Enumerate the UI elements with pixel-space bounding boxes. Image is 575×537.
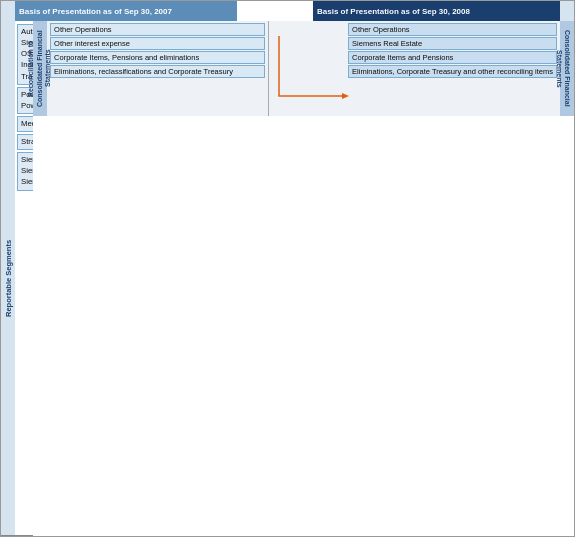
content-rows: Reportable Segments Automation and Drive… — [1, 21, 574, 536]
seg-label-left: Reportable Segments — [1, 21, 15, 535]
header-right-text: Basis of Presentation as of Sep 30, 2008 — [317, 7, 470, 16]
item-sre: Siemens Real Estate — [21, 177, 33, 187]
recon-left-item-0: Other Operations — [50, 23, 265, 36]
sei-group-left: Strategic Equity Investments (SEI) — [17, 134, 33, 150]
item-med: Medical Solutions (Med) — [21, 119, 33, 129]
recon-label-left: Reconciliation to Consolidated Financial… — [33, 21, 47, 116]
header-spacer-left — [1, 1, 15, 21]
header-left-text: Basis of Presentation as of Sep 30, 2007 — [19, 7, 172, 16]
recon-left-items: Other Operations Other interest expense … — [47, 21, 269, 116]
header-left: Basis of Presentation as of Sep 30, 2007 — [15, 1, 237, 21]
recon-right-item-2: Corporate Items and Pensions — [348, 51, 557, 64]
recon-left-item-3: Eliminations, reclassifications and Corp… — [50, 65, 265, 78]
reconciliation-row: Reconciliation to Consolidated Financial… — [33, 21, 574, 116]
recon-right-items: Other Operations Siemens Real Estate Cor… — [345, 21, 560, 116]
recon-right-item-1: Siemens Real Estate — [348, 37, 557, 50]
recon-middle — [269, 21, 345, 116]
item-sei: Strategic Equity Investments (SEI) — [21, 137, 33, 147]
header-spacer-right — [560, 1, 574, 21]
item-sfs: Siemens Financial Services — [21, 166, 33, 176]
recon-right-item-3: Eliminations, Corporate Treasury and oth… — [348, 65, 557, 78]
recon-left-item-2: Corporate Items, Pensions and eliminatio… — [50, 51, 265, 64]
recon-left-item-1: Other interest expense — [50, 37, 265, 50]
header-right: Basis of Presentation as of Sep 30, 2008 — [313, 1, 560, 21]
main-container: Basis of Presentation as of Sep 30, 2007… — [0, 0, 575, 537]
medical-group-left: Medical Solutions (Med) — [17, 116, 33, 132]
recon-label-right: Reconciliation to Consolidated Financial… — [560, 21, 574, 116]
headers-row: Basis of Presentation as of Sep 30, 2007… — [1, 1, 574, 21]
connector-svg — [269, 21, 345, 116]
header-mid-spacer — [237, 1, 313, 21]
others-group-left: Siemens IT Solutions and Services Siemen… — [17, 152, 33, 190]
recon-right-item-0: Other Operations — [348, 23, 557, 36]
item-sits: Siemens IT Solutions and Services — [21, 155, 33, 165]
